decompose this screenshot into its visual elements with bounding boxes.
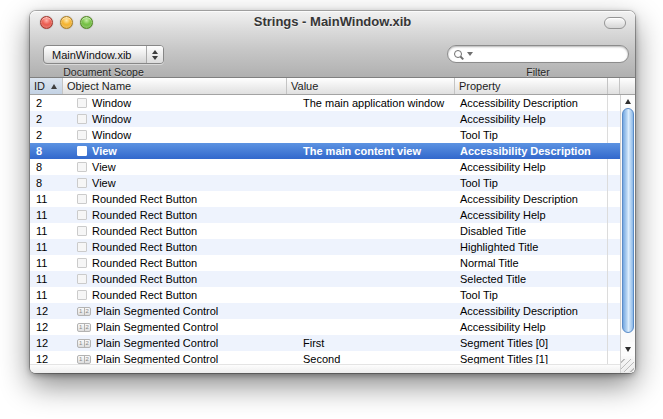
traffic-lights [40, 16, 93, 29]
cell-value[interactable] [287, 175, 455, 191]
cell-property: Segment Titles [1] [455, 351, 608, 364]
window-chrome: Strings - MainWindow.xib MainWindow.xib … [30, 11, 635, 78]
object-frame-icon [77, 194, 87, 204]
up-arrow-icon [625, 99, 631, 104]
minimize-button[interactable] [60, 16, 73, 29]
cell-property: Accessibility Help [455, 159, 608, 175]
cell-object-name: 12 Plain Segmented Control [63, 351, 287, 364]
column-header-id[interactable]: ID [30, 78, 63, 94]
table-row[interactable]: 11 Rounded Rect Button Accessibility Hel… [30, 207, 620, 223]
table-row[interactable]: 2 Window Tool Tip [30, 127, 620, 143]
cell-property: Accessibility Help [455, 319, 608, 335]
table-row[interactable]: 12 12 Plain Segmented Control Second Seg… [30, 351, 620, 364]
vertical-scrollbar[interactable] [620, 95, 635, 373]
cell-object-name: Rounded Rect Button [63, 287, 287, 303]
cell-value[interactable]: The main application window [287, 95, 455, 111]
cell-object-name: Window [63, 127, 287, 143]
segmented-control-icon: 12 [77, 323, 91, 332]
scrollbar-corner-header [620, 78, 635, 94]
strings-window: Strings - MainWindow.xib MainWindow.xib … [30, 11, 635, 373]
resize-grip[interactable] [621, 359, 634, 372]
cell-value[interactable] [287, 287, 455, 303]
column-header-object-name[interactable]: Object Name [63, 78, 287, 94]
table-row[interactable]: 11 Rounded Rect Button Accessibility Des… [30, 191, 620, 207]
cell-value[interactable] [287, 239, 455, 255]
filter-search-field[interactable] [447, 45, 629, 63]
cell-property: Normal Title [455, 255, 608, 271]
zoom-button[interactable] [80, 16, 93, 29]
cell-object-name: View [63, 159, 287, 175]
cell-value[interactable] [287, 207, 455, 223]
cell-object-name: 12 Plain Segmented Control [63, 303, 287, 319]
cell-property: Selected Title [455, 271, 608, 287]
window-title: Strings - MainWindow.xib [30, 11, 635, 33]
cell-property: Accessibility Description [455, 95, 608, 111]
cell-object-name: Rounded Rect Button [63, 271, 287, 287]
scroll-down-arrow[interactable] [621, 342, 635, 356]
segmented-control-icon: 12 [77, 307, 91, 316]
cell-id: 11 [30, 191, 63, 207]
toolbar-toggle-pill-button[interactable] [604, 17, 626, 29]
cell-property: Tool Tip [455, 175, 608, 191]
column-header-property[interactable]: Property [455, 78, 608, 94]
cell-value[interactable]: First [287, 335, 455, 351]
document-scope-popup[interactable]: MainWindow.xib [43, 45, 164, 64]
cell-value[interactable] [287, 191, 455, 207]
cell-object-name: 12 Plain Segmented Control [63, 319, 287, 335]
table-row[interactable]: 8 View Tool Tip [30, 175, 620, 191]
table-row[interactable]: 11 Rounded Rect Button Normal Title [30, 255, 620, 271]
object-frame-icon [77, 146, 87, 156]
object-frame-icon [77, 226, 87, 236]
cell-id: 11 [30, 207, 63, 223]
down-arrow-icon [625, 347, 631, 352]
close-button[interactable] [40, 16, 53, 29]
cell-value[interactable] [287, 303, 455, 319]
table-row[interactable]: 11 Rounded Rect Button Tool Tip [30, 287, 620, 303]
cell-value[interactable] [287, 255, 455, 271]
table-row[interactable]: 11 Rounded Rect Button Highlighted Title [30, 239, 620, 255]
scroll-up-arrow[interactable] [621, 95, 635, 107]
cell-object-name: Rounded Rect Button [63, 239, 287, 255]
object-frame-icon [77, 258, 87, 268]
table-row[interactable]: 2 Window Accessibility Help [30, 111, 620, 127]
cell-property: Disabled Title [455, 223, 608, 239]
table-row[interactable]: 11 Rounded Rect Button Selected Title [30, 271, 620, 287]
cell-value[interactable] [287, 127, 455, 143]
scrollbar-thumb[interactable] [622, 108, 634, 333]
table-row[interactable]: 11 Rounded Rect Button Disabled Title [30, 223, 620, 239]
cell-object-name: Rounded Rect Button [63, 191, 287, 207]
cell-property: Highlighted Title [455, 239, 608, 255]
table-row[interactable]: 8 View The main content view Accessibili… [30, 143, 620, 159]
segmented-control-icon: 12 [77, 355, 91, 364]
cell-object-name: 12 Plain Segmented Control [63, 335, 287, 351]
table-row[interactable]: 8 View Accessibility Help [30, 159, 620, 175]
cell-object-name: Window [63, 111, 287, 127]
cell-property: Accessibility Help [455, 207, 608, 223]
cell-id: 12 [30, 335, 63, 351]
search-menu-caret-icon[interactable] [467, 52, 473, 56]
cell-value[interactable]: Second [287, 351, 455, 364]
cell-id: 8 [30, 175, 63, 191]
cell-value[interactable]: The main content view [287, 143, 455, 159]
cell-value[interactable] [287, 223, 455, 239]
cell-id: 11 [30, 223, 63, 239]
cell-object-name: Window [63, 95, 287, 111]
cell-value[interactable] [287, 159, 455, 175]
table-row[interactable]: 12 12 Plain Segmented Control Accessibil… [30, 319, 620, 335]
table-header: ID Object Name Value Property [30, 78, 635, 95]
popup-arrows-icon [146, 46, 163, 63]
cell-object-name: Rounded Rect Button [63, 207, 287, 223]
cell-value[interactable] [287, 271, 455, 287]
cell-value[interactable] [287, 111, 455, 127]
object-frame-icon [77, 98, 87, 108]
table-row[interactable]: 12 12 Plain Segmented Control First Segm… [30, 335, 620, 351]
object-frame-icon [77, 162, 87, 172]
table-row[interactable]: 12 12 Plain Segmented Control Accessibil… [30, 303, 620, 319]
column-header-value[interactable]: Value [287, 78, 455, 94]
cell-object-name: View [63, 143, 287, 159]
cell-id: 2 [30, 111, 63, 127]
cell-id: 11 [30, 255, 63, 271]
cell-id: 11 [30, 239, 63, 255]
table-row[interactable]: 2 Window The main application window Acc… [30, 95, 620, 111]
cell-value[interactable] [287, 319, 455, 335]
